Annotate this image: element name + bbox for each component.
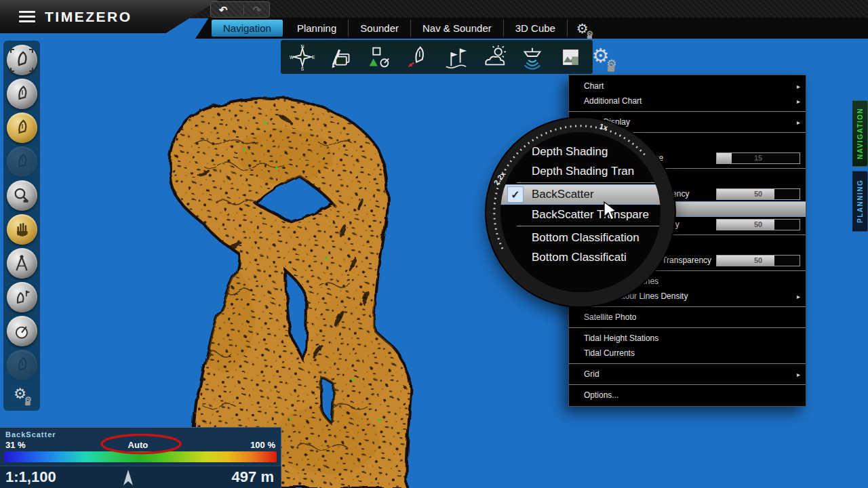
tab-nav-sounder[interactable]: Nav & Sounder (411, 20, 504, 37)
loupe-menu-item-depth-shading-tran[interactable]: Depth Shading Tran (500, 161, 660, 181)
hamburger-menu-icon[interactable] (19, 11, 35, 22)
submenu-arrow-icon: ▸ (797, 83, 800, 90)
pan-hand-icon[interactable] (7, 214, 37, 245)
menu-separator (569, 384, 806, 385)
loupe-menu-item-label: BackScatter (532, 188, 594, 201)
menu-item-label: Chart (584, 81, 604, 91)
slider-value: 50 (717, 220, 800, 230)
menu-item-label: Options... (584, 390, 618, 400)
logbook-icon[interactable] (326, 41, 357, 73)
menu-item-label: Tidal Currents (584, 348, 635, 358)
menu-item-tidal-height-stations[interactable]: Tidal Height Stations (569, 331, 806, 346)
redo-icon[interactable]: ↷ (243, 5, 261, 15)
app-window: ↶ ↷ TIMEZERO NavigationPlanningSounderNa… (0, 0, 868, 488)
menu-item-chart[interactable]: Chart▸ (569, 79, 806, 94)
dividers-tool-icon[interactable] (7, 248, 37, 279)
loupe-menu-item-label: Bottom Classificati (532, 251, 627, 264)
submenu-arrow-icon: ▸ (797, 119, 800, 126)
menu-item-label: Satellite Photo (584, 312, 636, 322)
dimmed-tool-icon[interactable] (7, 146, 37, 177)
submenu-arrow-icon: ▸ (797, 98, 800, 105)
menu-separator (569, 327, 806, 328)
scale-status-bar: 1:1,100 497 m (0, 466, 281, 488)
app-logo: TIMEZERO (45, 9, 132, 25)
zoom-loupe-icon[interactable] (7, 180, 37, 211)
loupe-menu-item-label: Depth Shading Tran (532, 165, 634, 178)
waypoints-flags-icon[interactable] (440, 41, 471, 73)
slider-value: 50 (717, 189, 800, 199)
dimmed-tool-2-icon[interactable] (7, 350, 37, 380)
backscatter-legend: BackScatter 31 % Auto 100 % (0, 427, 281, 466)
loupe-menu-item-bottom-classificati[interactable]: Bottom Classificati (500, 247, 660, 267)
chart-photo-icon[interactable] (555, 41, 587, 73)
weather-icon[interactable] (479, 41, 510, 73)
toolbar-icons: N S W E (283, 41, 590, 73)
undo-icon[interactable]: ↶ (219, 5, 228, 15)
menu-item-satellite-photo[interactable]: Satellite Photo (569, 310, 806, 325)
draw-shapes-icon[interactable] (363, 41, 395, 73)
slider-value: 15 (717, 153, 800, 163)
compass-rose-icon[interactable]: N S W E (287, 41, 318, 73)
undo-redo-group: ↶ ↷ (210, 1, 270, 18)
menu-item-tidal-currents[interactable]: Tidal Currents (569, 346, 806, 361)
legend-title: BackScatter (5, 430, 56, 439)
legend-min-value: 31 % (5, 440, 26, 450)
map-toolbar: N S W E (281, 40, 593, 74)
menu-item-additional-chart[interactable]: Additional Chart▸ (569, 94, 806, 108)
svg-text:S: S (301, 66, 304, 70)
loupe-menu-item-label: Bottom Classification (532, 231, 639, 245)
loupe-checkmark-icon: ✓ (507, 186, 524, 203)
submenu-arrow-icon: ▸ (797, 371, 800, 378)
menu-separator (569, 111, 806, 112)
north-arrow-icon[interactable] (122, 468, 134, 487)
tab-3d-cube[interactable]: 3D Cube (504, 20, 568, 37)
tab-sounder[interactable]: Sounder (349, 20, 411, 37)
workspace-gears-icon[interactable]: ⚙ ⚙ (573, 19, 596, 38)
side-tab-planning[interactable]: PLANNING (852, 171, 868, 232)
loupe-menu-separator (517, 226, 660, 226)
mouse-cursor (602, 201, 618, 221)
tab-navigation[interactable]: Navigation (212, 20, 283, 37)
loupe-menu-item-label: BackScatter Transpare (532, 208, 649, 222)
menu-item-label: Additional Chart (584, 96, 642, 106)
toolbar-settings-gears-icon[interactable]: ⚙ ⚙ (587, 39, 618, 76)
menu-slider-bottom-classification-transparency[interactable]: 50 (716, 255, 800, 266)
range-value: 497 m (232, 468, 274, 486)
menu-slider-terrain-shading-value[interactable]: 15 (716, 152, 800, 164)
menu-item-grid[interactable]: Grid▸ (569, 367, 806, 382)
tool-sidebar: ⚙ ⚙ (3, 41, 40, 411)
menu-separator (569, 363, 806, 364)
legend-max-value: 100 % (250, 440, 275, 450)
boat-track-icon[interactable] (7, 79, 37, 109)
circle-tool-icon[interactable] (7, 316, 37, 346)
chart-scale-value: 1:1,100 (5, 468, 56, 486)
loupe-menu-separator (517, 182, 660, 183)
loupe-menu-item-backscatter-transpare[interactable]: BackScatter Transpare (500, 205, 660, 224)
side-tab-navigation[interactable]: NAVIGATION (852, 100, 868, 167)
sounder-icon[interactable] (517, 41, 548, 73)
loupe-menu-item-label: Depth Shading (532, 145, 608, 159)
workspace-tab-bar: NavigationPlanningSounderNav & Sounder3D… (195, 18, 868, 39)
red-annotation-ellipse (99, 433, 183, 455)
menu-slider-backscatter-transparency[interactable]: 50 (716, 219, 800, 230)
menu-item-label: Grid (584, 369, 599, 379)
loupe-zoom-label-1x: 1x (599, 122, 609, 132)
loupe-menu-item-bottom-classification[interactable]: Bottom Classification (500, 228, 660, 247)
menu-separator (569, 306, 806, 307)
tab-planning[interactable]: Planning (285, 20, 349, 37)
menu-item-label: Tidal Height Stations (584, 333, 658, 343)
boat-route-icon[interactable] (402, 41, 433, 73)
loupe-menu-item-backscatter[interactable]: ✓BackScatter (500, 184, 660, 205)
workspace-tabs: NavigationPlanningSounderNav & Sounder3D… (212, 20, 568, 37)
loupe-magnified-menu: Depth ShadingDepth Shading Tran✓BackScat… (500, 132, 660, 292)
menu-slider-depth-shading-transparency[interactable]: 50 (716, 188, 800, 200)
menu-item-options[interactable]: Options... (569, 388, 806, 403)
goto-boat-icon[interactable] (7, 282, 37, 312)
slider-value: 50 (717, 256, 800, 266)
center-on-boat-icon[interactable] (7, 45, 37, 75)
sidebar-gears-icon[interactable]: ⚙ ⚙ (7, 384, 37, 407)
magnifier-loupe: Depth ShadingDepth Shading Tran✓BackScat… (486, 118, 675, 306)
submenu-arrow-icon: ▸ (797, 293, 800, 300)
boat-3d-view-icon[interactable] (7, 113, 37, 143)
loupe-menu-item-depth-shading[interactable]: Depth Shading (500, 142, 660, 161)
